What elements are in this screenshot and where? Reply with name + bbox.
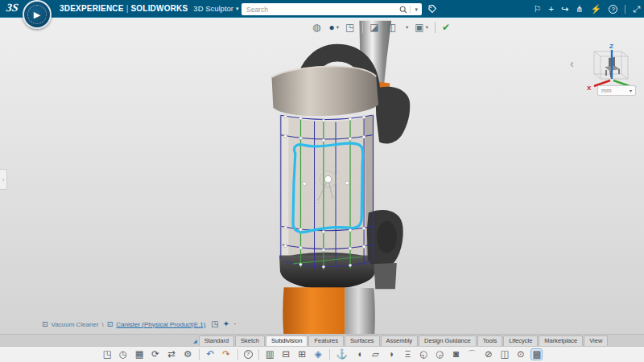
- tab-surfaces[interactable]: Surfaces: [345, 335, 380, 347]
- view-toolbar: ◍ ● ▾ ◳ ◪ ◫ ▾ ▣: [312, 22, 452, 33]
- toolbar-divider: [329, 349, 330, 360]
- render-style-icon[interactable]: ● ▾: [328, 23, 339, 32]
- tag-icon[interactable]: [427, 4, 437, 14]
- extrude-surface-icon[interactable]: ◵: [419, 349, 429, 360]
- sync-icon[interactable]: ⟳: [151, 349, 161, 360]
- silver-body[interactable]: [345, 287, 374, 334]
- orange-body[interactable]: [283, 287, 345, 334]
- database-icon[interactable]: ⊟: [281, 349, 291, 360]
- hose-fitting[interactable]: [375, 87, 410, 144]
- import-export-icon[interactable]: ⇄: [167, 349, 177, 360]
- collapse-triad-button[interactable]: ‹: [570, 58, 574, 69]
- save-icon[interactable]: ▦: [134, 349, 145, 360]
- bend-icon[interactable]: ⌒: [467, 349, 478, 360]
- tab-tools[interactable]: Tools: [477, 335, 503, 347]
- toolbar-divider: [258, 349, 259, 360]
- dropdown-arrow-icon: ▾: [426, 25, 428, 31]
- revolve-surface-icon[interactable]: ◗: [386, 349, 397, 360]
- convert-subdivision-icon[interactable]: ⚓: [336, 349, 349, 360]
- chevron-down-icon: ▾: [630, 88, 632, 93]
- units-dropdown[interactable]: mm ▾: [597, 85, 636, 96]
- knob-inner: [377, 221, 397, 253]
- brand-solidworks: SOLIDWORKS: [130, 4, 188, 13]
- split-face-icon[interactable]: ◫: [499, 349, 510, 360]
- tab-features[interactable]: Features: [308, 335, 344, 347]
- dropdown-arrow-icon: ▾: [406, 25, 408, 31]
- whats-new-icon[interactable]: ⚡: [590, 5, 601, 14]
- toolbar-divider: [199, 349, 200, 360]
- tab-standard[interactable]: Standard: [199, 335, 234, 347]
- tab-subdivision[interactable]: Subdivision: [266, 335, 308, 347]
- brand-separator: |: [126, 4, 129, 13]
- delete-face-icon[interactable]: ◙: [451, 349, 461, 360]
- pin-icon[interactable]: ◢: [193, 338, 197, 343]
- app-menu[interactable]: 3D Sculptor ▾: [193, 4, 238, 13]
- share-icon[interactable]: ↪: [561, 5, 568, 14]
- icon-glyph: ▣: [415, 23, 423, 32]
- tab-assembly[interactable]: Assembly: [381, 335, 419, 347]
- undo-icon[interactable]: ↶: [205, 349, 216, 360]
- toolbar-divider: [237, 349, 238, 360]
- compass-icon[interactable]: ▶: [23, 0, 52, 29]
- loft-surface-icon[interactable]: Ξ: [402, 349, 413, 360]
- tab-marketplace[interactable]: Marketplace: [539, 335, 583, 347]
- feedback-icon[interactable]: ⚐: [534, 5, 542, 14]
- tab-design-guidance[interactable]: Design Guidance: [419, 335, 477, 347]
- metal-cap[interactable]: [271, 66, 378, 116]
- share-tool-icon[interactable]: ◳: [102, 349, 113, 360]
- section-view-icon[interactable]: ◪: [369, 23, 380, 32]
- compass-icon[interactable]: ✦: [223, 320, 229, 328]
- tab-lifecycle[interactable]: Lifecycle: [503, 335, 538, 347]
- 3d-scene[interactable]: [0, 18, 644, 334]
- thicken-icon[interactable]: ◶: [435, 349, 445, 360]
- display-filter-icon[interactable]: ▾: [404, 25, 408, 31]
- toolbar-divider: [362, 22, 363, 33]
- tab-sketch[interactable]: Sketch: [235, 335, 265, 347]
- manipulator-center-handle[interactable]: [324, 175, 332, 183]
- viewport[interactable]: ◍ ● ▾ ◳ ◪ ◫ ▾ ▣: [0, 18, 644, 334]
- add-content-icon[interactable]: +: [549, 5, 554, 14]
- breadcrumb-current-link[interactable]: Canister (Physical Product|E.1): [116, 321, 205, 328]
- view-mode-icon[interactable]: ▣ ▾: [415, 23, 428, 32]
- primitives-icon[interactable]: ◈: [313, 349, 324, 360]
- action-bar-tabs: ◢ StandardSketchSubdivisionFeaturesSurfa…: [0, 334, 644, 346]
- search-input[interactable]: [242, 6, 399, 14]
- chevron-left-icon: ‹: [570, 57, 574, 70]
- tab-view[interactable]: View: [584, 335, 608, 347]
- dropdown-arrow-icon: ▾: [336, 25, 339, 31]
- chevron-right-icon: ›: [2, 176, 5, 183]
- search-icon[interactable]: [399, 6, 407, 14]
- validate-icon[interactable]: ✔: [442, 23, 452, 32]
- icon-glyph: ◍: [312, 23, 320, 32]
- 3ds-logo[interactable]: 3S: [6, 2, 19, 14]
- expand-panel-button[interactable]: ›: [0, 169, 7, 190]
- settings-icon[interactable]: ⚙: [183, 349, 193, 360]
- offset-surface-icon[interactable]: ◖: [354, 349, 365, 360]
- remove-icon[interactable]: ⊘: [483, 349, 493, 360]
- redo-icon[interactable]: ↷: [221, 349, 232, 360]
- visibility-icon[interactable]: ◍: [312, 23, 322, 32]
- history-icon[interactable]: ◷: [118, 349, 129, 360]
- axis-x-label: X: [587, 84, 592, 92]
- search-box: ▾: [242, 3, 422, 15]
- help-tool-icon[interactable]: ?: [244, 350, 253, 359]
- subdivision-display-icon[interactable]: ▩: [531, 349, 542, 360]
- design-tree-icon[interactable]: ▥: [265, 349, 275, 360]
- breadcrumb-root[interactable]: Vacuum Cleaner: [52, 321, 99, 328]
- app-name: 3D Sculptor: [193, 4, 233, 13]
- cylindrical-tool-icon[interactable]: ⊙: [515, 349, 526, 360]
- search-options-arrow-icon[interactable]: ▾: [411, 6, 422, 13]
- explore-icon[interactable]: ◳: [211, 320, 218, 328]
- toolbar-divider: [625, 5, 625, 14]
- collaborate-icon[interactable]: ⋔: [576, 5, 583, 14]
- brand-3dexperience: 3DEXPERIENCE: [60, 4, 124, 13]
- vacuum-model[interactable]: [271, 21, 433, 334]
- table-icon[interactable]: ⊞: [297, 349, 308, 360]
- help-icon[interactable]: ?: [609, 5, 617, 14]
- capture-icon[interactable]: ◳: [345, 23, 356, 32]
- fullscreen-icon[interactable]: ⤢: [633, 5, 640, 14]
- more-icon[interactable]: ·: [233, 320, 236, 328]
- insert-geometry-icon[interactable]: ◫: [387, 23, 398, 32]
- icon-glyph: ◫: [387, 23, 396, 32]
- planar-patch-icon[interactable]: ▱: [370, 349, 381, 360]
